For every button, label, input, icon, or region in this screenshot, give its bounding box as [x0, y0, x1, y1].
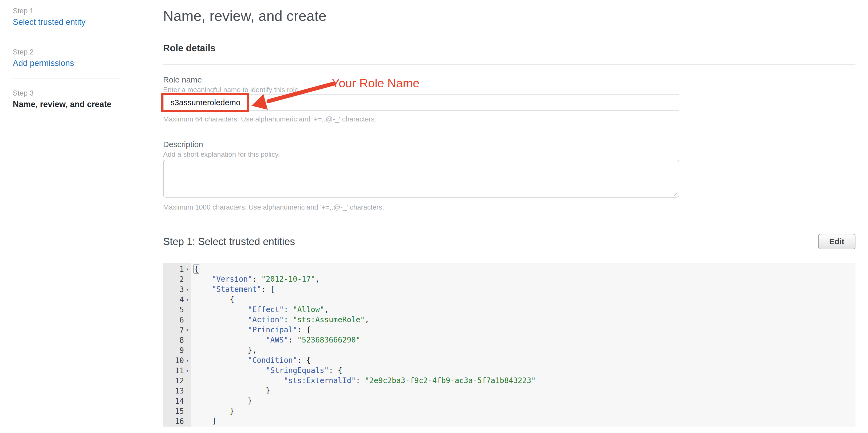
line-number: 14: [175, 397, 184, 405]
edit-button[interactable]: Edit: [818, 234, 856, 249]
gutter-line-number: 10▾: [163, 355, 191, 366]
step-2-label: Step 2: [13, 48, 121, 56]
divider: [163, 64, 856, 65]
line-number: 13: [175, 386, 184, 395]
gutter-line-number: 2: [163, 274, 191, 284]
divider: [13, 78, 121, 79]
gutter-line-number: 7▾: [163, 325, 191, 335]
gutter-line-number: 15: [163, 406, 191, 416]
fold-icon[interactable]: ▾: [184, 284, 191, 295]
policy-line: "Effect": "Allow",: [194, 305, 856, 315]
line-number: 4: [179, 295, 184, 304]
sidebar-item-select-trusted-entity[interactable]: Select trusted entity: [13, 17, 85, 27]
gutter-line-number: 16: [163, 416, 191, 426]
policy-line: "Action": "sts:AssumeRole",: [194, 315, 856, 325]
line-number: 16: [175, 417, 184, 426]
sidebar-step-3: Step 3 Name, review, and create: [13, 89, 121, 110]
divider: [13, 37, 121, 37]
policy-line: "Version": "2012-10-17",: [194, 274, 856, 284]
line-number: 8: [179, 336, 184, 345]
policy-line: "Principal": {: [194, 325, 856, 335]
step-3-label: Step 3: [13, 89, 121, 97]
line-number: 10: [175, 356, 184, 365]
gutter-line-number: 8: [163, 335, 191, 345]
gutter-line-number: 9: [163, 345, 191, 355]
role-name-input-wrap: Your Role Name: [163, 94, 679, 111]
line-number: 1: [179, 265, 184, 274]
gutter-line-number: 13: [163, 386, 191, 396]
step-1-label: Step 1: [13, 7, 121, 15]
role-name-label: Role name: [163, 75, 856, 84]
line-number: 3: [179, 285, 184, 294]
sidebar-item-name-review-create-current: Name, review, and create: [13, 99, 121, 110]
gutter-line-number: 12: [163, 376, 191, 386]
main-content: Name, review, and create Role details Ro…: [163, 0, 856, 427]
policy-line: {: [194, 264, 856, 274]
gutter-line-number: 5: [163, 305, 191, 315]
page-title: Name, review, and create: [163, 8, 856, 24]
line-number: 15: [175, 407, 184, 416]
line-number: 9: [179, 346, 184, 355]
line-number: 7: [179, 326, 184, 335]
trusted-entities-header-row: Step 1: Select trusted entities Edit: [163, 234, 856, 249]
policy-line: "AWS": "523683666290": [194, 335, 856, 345]
sidebar-item-add-permissions[interactable]: Add permissions: [13, 58, 74, 68]
steps-sidebar: Step 1 Select trusted entity Step 2 Add …: [13, 7, 121, 110]
fold-icon[interactable]: ▾: [184, 264, 191, 274]
role-name-input[interactable]: [163, 94, 679, 111]
policy-line: "Condition": {: [194, 355, 856, 366]
policy-line: }: [194, 396, 856, 406]
description-textarea-wrap: [163, 160, 679, 197]
line-number: 6: [179, 315, 184, 324]
gutter-line-number: 4▾: [163, 295, 191, 305]
policy-line: ]: [194, 416, 856, 426]
role-name-help: Enter a meaningful name to identify this…: [163, 86, 856, 93]
policy-line: }: [194, 406, 856, 416]
description-label: Description: [163, 140, 856, 149]
fold-icon[interactable]: ▾: [184, 366, 191, 376]
policy-line: "sts:ExternalId": "2e9c2ba3-f9c2-4fb9-ac…: [194, 376, 856, 386]
line-number: 5: [179, 305, 184, 314]
policy-line: "StringEquals": {: [194, 366, 856, 376]
fold-icon[interactable]: ▾: [184, 355, 191, 366]
gutter-line-number: 11▾: [163, 366, 191, 376]
policy-editor-gutter: 1▾23▾4▾567▾8910▾11▾1213141516: [163, 263, 191, 427]
description-help: Add a short explanation for this policy.: [163, 151, 856, 158]
policy-line: }: [194, 386, 856, 396]
gutter-line-number: 3▾: [163, 284, 191, 295]
policy-line: },: [194, 345, 856, 355]
gutter-line-number: 6: [163, 315, 191, 325]
role-name-constraint: Maximum 64 characters. Use alphanumeric …: [163, 115, 856, 123]
gutter-line-number: 14: [163, 396, 191, 406]
gutter-line-number: 1▾: [163, 264, 191, 274]
fold-icon[interactable]: ▾: [184, 295, 191, 305]
line-number: 2: [179, 275, 184, 284]
line-number: 11: [175, 366, 184, 375]
description-constraint: Maximum 1000 characters. Use alphanumeri…: [163, 204, 856, 211]
policy-editor-code[interactable]: { "Version": "2012-10-17", "Statement": …: [191, 263, 856, 427]
role-details-heading: Role details: [163, 43, 856, 53]
sidebar-step-1: Step 1 Select trusted entity: [13, 7, 121, 27]
policy-line: {: [194, 295, 856, 305]
line-number: 12: [175, 376, 184, 385]
fold-icon[interactable]: ▾: [184, 325, 191, 335]
description-textarea[interactable]: [163, 160, 679, 197]
trusted-entities-heading: Step 1: Select trusted entities: [163, 236, 295, 247]
policy-editor: 1▾23▾4▾567▾8910▾11▾1213141516 { "Version…: [163, 263, 856, 427]
sidebar-step-2: Step 2 Add permissions: [13, 48, 121, 68]
policy-line: "Statement": [: [194, 284, 856, 295]
